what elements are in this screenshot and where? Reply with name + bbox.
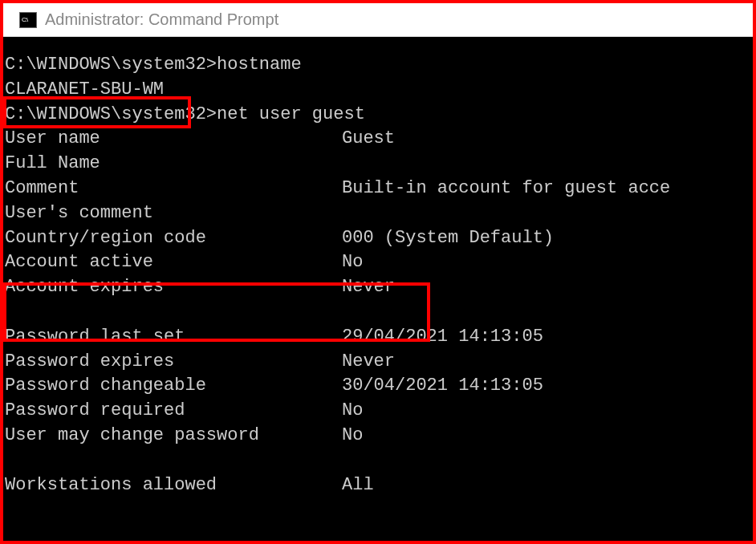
row-password-changeable: Password changeable 30/04/2021 14:13:05 [3, 374, 753, 399]
field-value: Guest [342, 127, 395, 152]
cmd-icon: C:\ [19, 12, 37, 28]
field-value: No [342, 250, 363, 275]
prompt-line-hostname: C:\WINDOWS\system32>hostname [3, 53, 753, 78]
row-workstations-allowed: Workstations allowed All [3, 473, 753, 498]
field-label: User name [5, 127, 342, 152]
row-password-last-set: Password last set 29/04/2021 14:13:05 [3, 325, 753, 350]
field-label: Password required [5, 399, 342, 424]
field-value: 30/04/2021 14:13:05 [342, 374, 543, 399]
field-label: Account expires [5, 275, 342, 300]
row-username: User name Guest [3, 127, 753, 152]
field-label: Password last set [5, 325, 342, 350]
field-value: No [342, 399, 363, 424]
row-comment: Comment Built-in account for guest acce [3, 177, 753, 201]
row-password-required: Password required No [3, 399, 753, 424]
field-value: Never [342, 275, 395, 300]
field-value: 29/04/2021 14:13:05 [342, 325, 543, 350]
window-title: Administrator: Command Prompt [45, 10, 278, 29]
field-label: Workstations allowed [5, 473, 342, 498]
row-country-region: Country/region code 000 (System Default) [3, 226, 753, 251]
field-value: No [342, 424, 363, 449]
row-account-expires: Account expires Never [3, 275, 753, 300]
row-users-comment: User's comment [3, 201, 753, 226]
field-label: User may change password [5, 424, 342, 449]
field-label: Password changeable [5, 374, 342, 399]
field-label: Password expires [5, 350, 342, 375]
field-value: Never [342, 350, 395, 375]
title-bar[interactable]: C:\ Administrator: Command Prompt [3, 3, 753, 37]
hostname-output: CLARANET-SBU-WM [3, 78, 753, 103]
field-label: Full Name [5, 152, 342, 177]
row-fullname: Full Name [3, 152, 753, 177]
blank-line [3, 300, 753, 325]
field-label: User's comment [5, 201, 342, 226]
terminal-output[interactable]: C:\WINDOWS\system32>hostname CLARANET-SB… [3, 37, 753, 541]
blank-line [3, 449, 753, 473]
field-label: Account active [5, 250, 342, 275]
field-value: All [342, 473, 374, 498]
row-account-active: Account active No [3, 250, 753, 275]
row-user-may-change-password: User may change password No [3, 424, 753, 449]
cmd-icon-text: C:\ [22, 16, 27, 23]
prompt-line-netuser: C:\WINDOWS\system32>net user guest [3, 103, 753, 128]
field-value: 000 (System Default) [342, 226, 554, 251]
field-label: Country/region code [5, 226, 342, 251]
row-password-expires: Password expires Never [3, 350, 753, 375]
field-value: Built-in account for guest acce [342, 177, 670, 201]
field-label: Comment [5, 177, 342, 201]
window-frame: C:\ Administrator: Command Prompt C:\WIN… [0, 0, 756, 544]
